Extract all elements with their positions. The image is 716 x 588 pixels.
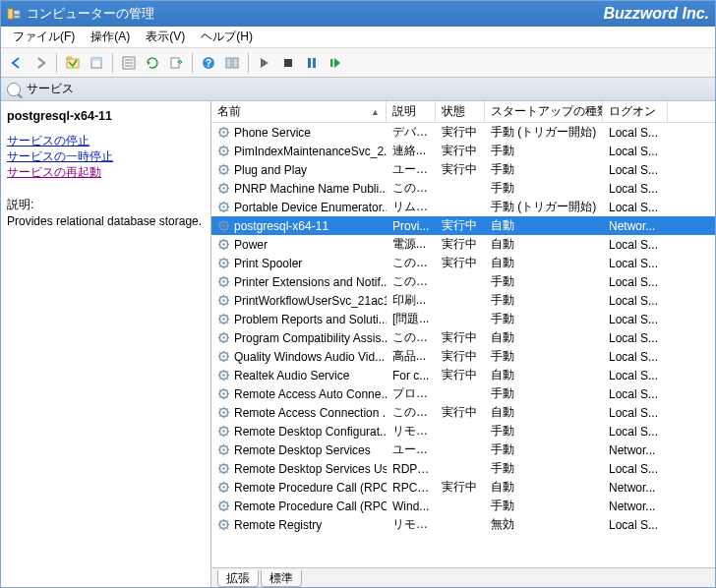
table-row[interactable]: Quality Windows Audio Vid...高品...実行中手動Lo… <box>211 347 715 366</box>
service-list[interactable]: Phone Serviceデバイ...実行中手動 (トリガー開始)Local S… <box>211 123 715 567</box>
table-row[interactable]: Printer Extensions and Notif...このサ...手動L… <box>211 272 715 291</box>
service-icon <box>217 406 230 419</box>
description-text: Provides relational database storage. <box>7 214 205 228</box>
service-status <box>436 281 485 283</box>
svg-point-54 <box>222 187 224 189</box>
service-name: Remote Desktop Services Us... <box>234 462 387 476</box>
svg-line-179 <box>219 408 220 409</box>
svg-marker-11 <box>148 61 150 65</box>
service-status <box>436 524 485 526</box>
table-row[interactable]: PrintWorkflowUserSvc_21ac1印刷...手動Local S… <box>211 291 715 310</box>
play-button[interactable] <box>254 52 275 74</box>
table-row[interactable]: Program Compatibility Assis...このサ...実行中自… <box>211 328 715 347</box>
service-name: PrintWorkflowUserSvc_21ac1 <box>234 294 387 308</box>
stop-button[interactable] <box>277 52 299 74</box>
subhead-label: サービス <box>27 81 74 97</box>
service-status: 実行中 <box>436 142 485 160</box>
subhead: サービス <box>1 78 715 101</box>
svg-point-44 <box>222 168 224 170</box>
service-logon: Local S... <box>603 274 668 290</box>
col-status[interactable]: 状態 <box>436 101 485 122</box>
svg-line-222 <box>226 483 227 484</box>
service-logon: Local S... <box>603 200 668 215</box>
table-row[interactable]: Realtek Audio ServiceFor c...実行中自動Local … <box>211 366 715 384</box>
svg-line-30 <box>226 135 227 136</box>
forward-button[interactable] <box>30 52 51 74</box>
table-row[interactable]: Remote Procedure Call (RPC...Wind...手動Ne… <box>211 497 715 515</box>
left-pane: postgresql-x64-11 サービスの停止 サービスの一時停止 サービス… <box>1 101 211 587</box>
tab-standard[interactable]: 標準 <box>261 570 302 587</box>
menu-view[interactable]: 表示(V) <box>138 27 193 47</box>
service-desc: ユーザ... <box>387 160 436 179</box>
col-name[interactable]: 名前▲ <box>211 101 387 122</box>
svg-line-241 <box>219 527 220 528</box>
folder-button[interactable] <box>62 52 84 74</box>
svg-line-171 <box>219 396 220 397</box>
svg-line-32 <box>226 128 227 129</box>
service-status <box>436 206 485 208</box>
service-desc: リモー... <box>387 515 436 534</box>
table-row[interactable]: Remote Access Auto Conne...プログ...手動Local… <box>211 384 715 403</box>
toolbar: ? <box>1 48 715 78</box>
service-logon: Local S... <box>603 386 668 402</box>
service-name: postgresql-x64-11 <box>234 219 328 233</box>
table-row[interactable]: Plug and Playユーザ...実行中手動Local S... <box>211 160 715 179</box>
svg-point-74 <box>222 224 224 226</box>
table-row[interactable]: Problem Reports and Soluti...[問題...手動Loc… <box>211 310 715 328</box>
export-button[interactable] <box>86 52 107 74</box>
service-icon <box>217 257 230 269</box>
svg-rect-16 <box>233 58 238 68</box>
table-row[interactable]: Print Spoolerこのサ...実行中自動Local S... <box>211 254 715 272</box>
split-button[interactable] <box>221 52 243 74</box>
service-startup: 自動 <box>485 366 603 384</box>
table-row[interactable]: postgresql-x64-11Provi...実行中自動Networ... <box>211 216 715 235</box>
service-name: Phone Service <box>234 126 311 140</box>
col-description[interactable]: 説明 <box>387 101 436 122</box>
refresh-button[interactable] <box>142 52 163 74</box>
col-startup[interactable]: スタートアップの種類 <box>485 101 603 122</box>
table-row[interactable]: Remote Desktop Configurat...リモー...手動Loca… <box>211 422 715 441</box>
svg-text:?: ? <box>206 58 211 69</box>
svg-line-221 <box>219 490 220 491</box>
menu-help[interactable]: ヘルプ(H) <box>193 27 261 47</box>
table-row[interactable]: Portable Device Enumerator...リムー...手動 (ト… <box>211 198 715 216</box>
link-restart-service[interactable]: サービスの再起動 <box>7 164 205 180</box>
col-logon[interactable]: ログオン <box>603 101 668 122</box>
table-row[interactable]: Phone Serviceデバイ...実行中手動 (トリガー開始)Local S… <box>211 123 715 142</box>
table-row[interactable]: Remote Desktop Servicesユーザ...手動Networ... <box>211 441 715 459</box>
export-list-button[interactable] <box>165 52 187 74</box>
table-row[interactable]: PNRP Machine Name Publi...このサ...手動Local … <box>211 179 715 198</box>
pause-button[interactable] <box>301 52 323 74</box>
svg-line-110 <box>226 284 227 285</box>
back-button[interactable] <box>6 52 28 74</box>
svg-line-242 <box>226 520 227 521</box>
service-icon <box>217 331 230 344</box>
svg-line-139 <box>219 333 220 334</box>
tab-extended[interactable]: 拡張 <box>217 570 259 587</box>
table-row[interactable]: Power電源...実行中自動Local S... <box>211 235 715 254</box>
service-startup: 手動 <box>485 160 603 179</box>
link-pause-service[interactable]: サービスの一時停止 <box>7 148 205 164</box>
table-row[interactable]: Remote Registryリモー...無効Local S... <box>211 515 715 534</box>
service-status <box>436 449 485 451</box>
service-desc: ユーザ... <box>387 441 436 459</box>
table-row[interactable]: PimIndexMaintenanceSvc_2...連絡...実行中手動Loc… <box>211 142 715 160</box>
svg-point-234 <box>222 523 224 525</box>
titlebar: コンピューターの管理 Buzzword Inc. <box>1 1 715 27</box>
svg-line-229 <box>219 501 220 502</box>
service-desc: デバイ... <box>387 123 436 142</box>
help-button[interactable]: ? <box>198 52 219 74</box>
table-row[interactable]: Remote Desktop Services Us...RDP ...手動Lo… <box>211 459 715 478</box>
restart-button[interactable] <box>325 52 346 74</box>
service-logon: Networ... <box>603 480 668 496</box>
service-status: 実行中 <box>436 366 485 384</box>
details-button[interactable] <box>118 52 140 74</box>
table-row[interactable]: Remote Procedure Call (RPC)RPCS...実行中自動N… <box>211 478 715 497</box>
svg-line-101 <box>219 265 220 266</box>
table-row[interactable]: Remote Access Connection ...このコ...実行中自動L… <box>211 403 715 422</box>
svg-line-81 <box>219 228 220 229</box>
menu-file[interactable]: ファイル(F) <box>5 27 83 47</box>
service-icon <box>217 425 230 438</box>
link-stop-service[interactable]: サービスの停止 <box>7 133 205 148</box>
menu-action[interactable]: 操作(A) <box>83 27 138 47</box>
